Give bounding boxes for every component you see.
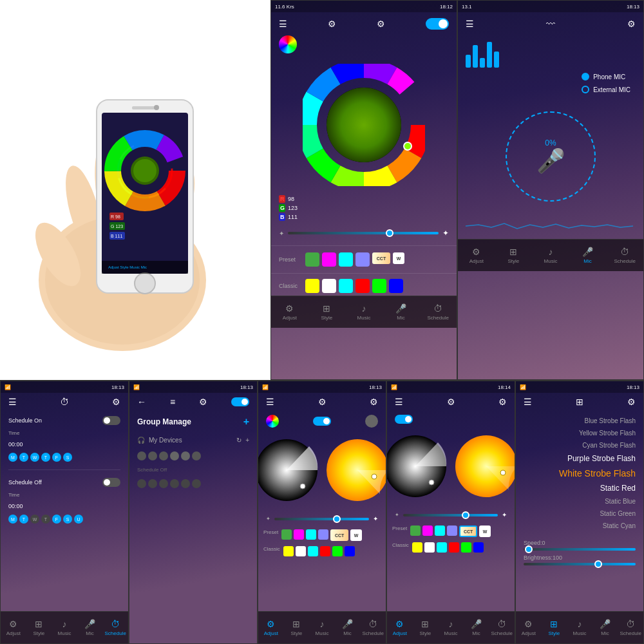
tab-dual2-mic[interactable]: 🎤 Mic bbox=[464, 612, 489, 643]
add-group-button[interactable]: + bbox=[243, 416, 249, 428]
mono-wheel2[interactable] bbox=[386, 434, 448, 500]
schedule-off-toggle[interactable] bbox=[102, 478, 120, 487]
grp-dot2-1[interactable] bbox=[137, 479, 146, 488]
dot-thu[interactable]: T bbox=[41, 453, 50, 462]
dual2-gear[interactable]: ⚙ bbox=[498, 397, 507, 407]
tab-music-mic[interactable]: ♪ Music bbox=[532, 240, 569, 271]
dc2-cyan[interactable] bbox=[437, 542, 447, 553]
grp-gear-icon[interactable]: ⚙ bbox=[199, 397, 207, 407]
dual-gear-icon[interactable]: ⚙ bbox=[370, 397, 378, 407]
dc-red[interactable] bbox=[320, 546, 330, 556]
dot-off-thu[interactable]: T bbox=[41, 515, 50, 524]
style-static-cyan[interactable]: Static Cyan bbox=[524, 521, 636, 531]
dp2-w[interactable]: W bbox=[479, 526, 491, 537]
dp2-color-4[interactable] bbox=[447, 526, 457, 536]
classic-white[interactable] bbox=[322, 279, 336, 293]
tab-dual-mic[interactable]: 🎤 Mic bbox=[335, 612, 361, 643]
gear-icon[interactable]: ⚙ bbox=[377, 19, 385, 29]
grp-dot-1[interactable] bbox=[137, 451, 146, 460]
dc-yellow[interactable] bbox=[283, 546, 294, 556]
dp2-color-1[interactable] bbox=[410, 526, 421, 536]
dp-color-4[interactable] bbox=[318, 529, 328, 540]
dual-bright-track[interactable] bbox=[274, 518, 369, 520]
preset-white[interactable]: W bbox=[393, 252, 404, 264]
tab-sl-style[interactable]: ⊞ Style bbox=[542, 612, 567, 643]
grp-dot-2[interactable] bbox=[148, 451, 157, 460]
dual-color-dot[interactable] bbox=[266, 415, 279, 428]
dp2-cct[interactable]: CCT bbox=[459, 526, 477, 537]
style-cyan-strobe[interactable]: Cyan Strobe Flash bbox=[524, 440, 636, 450]
classic-red[interactable] bbox=[355, 279, 370, 293]
style-menu-icon[interactable]: ☰ bbox=[524, 397, 532, 407]
dual2-sliders[interactable]: ⚙ bbox=[447, 397, 455, 407]
schedule-on-toggle[interactable] bbox=[102, 416, 120, 425]
grp-back-icon[interactable]: ← bbox=[137, 397, 146, 407]
dual-power-toggle[interactable] bbox=[313, 417, 331, 426]
grp-toggle[interactable] bbox=[231, 397, 249, 406]
tab-sl-mic[interactable]: 🎤 Mic bbox=[592, 612, 618, 643]
yellow-wheel-wrapper[interactable] bbox=[325, 438, 386, 504]
classic-green[interactable] bbox=[372, 279, 386, 293]
dp-cct[interactable]: CCT bbox=[330, 529, 348, 541]
dc2-blue[interactable] bbox=[473, 542, 484, 553]
grp-dot2-5[interactable] bbox=[181, 479, 190, 488]
refresh-icon[interactable]: ↻ bbox=[236, 437, 242, 444]
tab-dual2-sched[interactable]: ⏱ Schedule bbox=[489, 612, 515, 643]
classic-yellow[interactable] bbox=[305, 279, 319, 293]
dp-w[interactable]: W bbox=[350, 529, 362, 541]
tab-dual-sched[interactable]: ⏱ Schedule bbox=[360, 612, 386, 643]
tab-dual-music[interactable]: ♪ Music bbox=[309, 612, 335, 643]
grp-dot2-2[interactable] bbox=[148, 479, 157, 488]
dc-cyan[interactable] bbox=[308, 546, 318, 556]
sched-gear-icon[interactable]: ⚙ bbox=[112, 397, 120, 407]
dot-off-wed[interactable]: W bbox=[30, 515, 39, 524]
sched-menu-icon[interactable]: ☰ bbox=[8, 397, 17, 407]
tab-sched-music[interactable]: ♪ Music bbox=[52, 612, 77, 643]
dc2-white[interactable] bbox=[424, 542, 435, 553]
add-device-icon[interactable]: + bbox=[245, 437, 249, 444]
tab-sched-adj[interactable]: ⚙ Adjust bbox=[1, 612, 26, 643]
mono-wheel-wrapper[interactable] bbox=[258, 438, 319, 504]
tab-schedule[interactable]: ⏱ Schedule bbox=[419, 296, 457, 328]
power-toggle[interactable] bbox=[426, 18, 449, 30]
phone-mic-option[interactable]: Phone MIC bbox=[582, 73, 630, 80]
tab-sched-mic[interactable]: 🎤 Mic bbox=[77, 612, 103, 643]
dp-color-2[interactable] bbox=[294, 529, 304, 540]
style-white-strobe[interactable]: White Strobe Flash bbox=[524, 467, 636, 480]
tab-schedule-mic[interactable]: ⏱ Schedule bbox=[606, 240, 643, 271]
menu-icon[interactable]: ☰ bbox=[279, 19, 287, 29]
brightness-thumb-style[interactable] bbox=[594, 560, 602, 568]
mic-menu-icon[interactable]: ☰ bbox=[466, 19, 474, 29]
dot-mon[interactable]: M bbox=[8, 453, 17, 462]
style-blue-strobe[interactable]: Blue Strobe Flash bbox=[524, 416, 636, 426]
dp-color-3[interactable] bbox=[306, 529, 316, 540]
grp-dot2-6[interactable] bbox=[192, 479, 201, 488]
dc-green[interactable] bbox=[332, 546, 343, 556]
brightness-track[interactable] bbox=[288, 232, 439, 234]
tab-dual-style[interactable]: ⊞ Style bbox=[284, 612, 310, 643]
dual-menu-icon[interactable]: ☰ bbox=[266, 397, 274, 407]
tab-adjust[interactable]: ⚙ Adjust bbox=[271, 296, 308, 328]
style-purple-strobe[interactable]: Purple Strobe Flash bbox=[524, 453, 636, 464]
dot-off-fri[interactable]: F bbox=[52, 515, 61, 524]
tab-sl-music[interactable]: ♪ Music bbox=[567, 612, 592, 643]
tab-mic[interactable]: 🎤 Mic bbox=[383, 296, 420, 328]
dot-tue[interactable]: T bbox=[19, 453, 28, 462]
dot-fri[interactable]: F bbox=[52, 453, 61, 462]
mic-circle[interactable]: 0% 🎤 bbox=[506, 111, 596, 202]
dot-wed[interactable]: W bbox=[30, 453, 39, 462]
sched-timer-icon[interactable]: ⏱ bbox=[60, 397, 69, 407]
tab-style[interactable]: ⊞ Style bbox=[308, 296, 346, 328]
dot-sat[interactable]: S bbox=[63, 453, 72, 462]
dc-white[interactable] bbox=[296, 546, 306, 556]
tab-sl-sched[interactable]: ⏱ Schedule bbox=[618, 612, 643, 643]
tab-dual2-music[interactable]: ♪ Music bbox=[438, 612, 464, 643]
speed-thumb[interactable] bbox=[525, 545, 533, 553]
grp-dot-4[interactable] bbox=[170, 451, 179, 460]
grp-dot2-3[interactable] bbox=[159, 479, 168, 488]
dual2-toggle[interactable] bbox=[395, 415, 413, 424]
mic-gear-icon[interactable]: ⚙ bbox=[627, 19, 636, 29]
dc2-red[interactable] bbox=[449, 542, 459, 553]
dual-sliders-icon[interactable]: ⚙ bbox=[318, 397, 327, 407]
tab-sched-sched[interactable]: ⏱ Schedule bbox=[102, 612, 128, 643]
